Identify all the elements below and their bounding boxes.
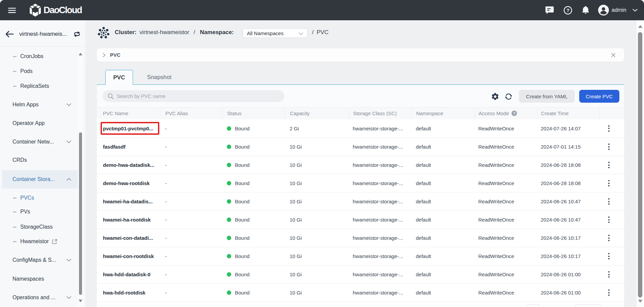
svg-text:?: ? [513,111,515,116]
svg-text:?: ? [566,7,569,13]
